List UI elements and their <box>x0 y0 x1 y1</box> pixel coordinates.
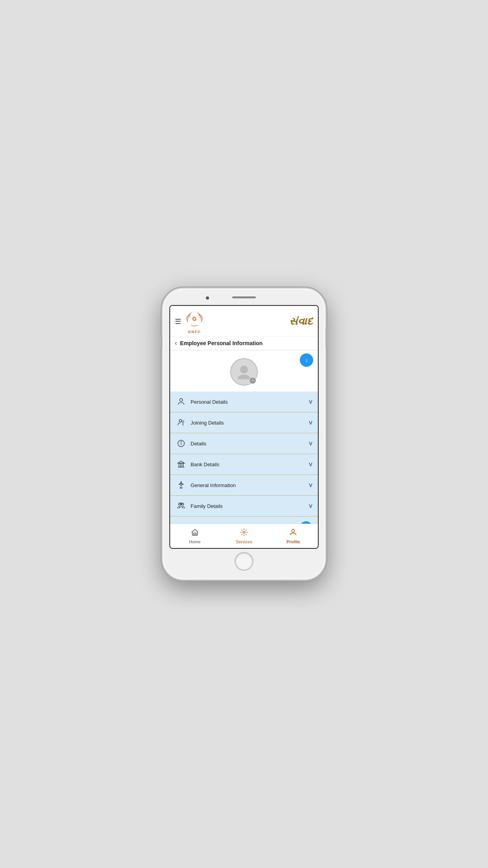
logo-area: G GNFC <box>184 309 205 334</box>
bank-details-item[interactable]: Bank Details V <box>170 454 318 475</box>
avatar-edit-badge: ✎ <box>249 377 256 384</box>
download-fab-button[interactable]: ↓ <box>300 353 313 367</box>
svg-point-4 <box>182 421 184 423</box>
volume-button <box>161 336 162 348</box>
hamburger-menu-icon[interactable]: ☰ <box>175 318 181 325</box>
avatar: ✎ <box>230 358 258 386</box>
svg-point-2 <box>180 399 182 401</box>
joining-details-icon <box>176 417 187 428</box>
gnfc-text: GNFC <box>188 330 201 334</box>
home-icon <box>191 528 199 539</box>
phone-screen: ☰ <box>169 305 319 549</box>
phone-frame: ☰ <box>161 287 327 581</box>
profile-label: Profile <box>286 539 300 544</box>
general-information-chevron: V <box>309 482 312 488</box>
gnfc-logo: G <box>184 309 205 329</box>
family-details-item[interactable]: Family Details V <box>170 496 318 517</box>
family-details-icon <box>176 500 187 511</box>
family-details-label: Family Details <box>191 503 309 509</box>
page-title: Employee Personal Information <box>180 340 262 346</box>
page-title-bar: ‹ Employee Personal Information <box>170 337 318 350</box>
bank-details-chevron: V <box>309 462 312 467</box>
app-header: ☰ <box>170 306 318 337</box>
svg-text:G: G <box>193 316 197 322</box>
content-area: ↓ ✎ Personal Detai <box>170 350 318 524</box>
personal-details-chevron: V <box>309 399 312 405</box>
svg-point-8 <box>181 441 181 442</box>
power-button <box>326 328 327 348</box>
joining-details-item[interactable]: Joining Details V <box>170 412 318 433</box>
svg-point-23 <box>243 531 245 533</box>
front-camera <box>206 296 209 300</box>
personal-details-icon <box>176 396 187 407</box>
family-details-chevron: V <box>309 503 312 509</box>
svg-point-24 <box>292 530 295 532</box>
general-information-label: General Information <box>191 482 309 488</box>
joining-details-chevron: V <box>309 420 312 426</box>
general-information-icon <box>176 480 187 491</box>
personal-details-item[interactable]: Personal Details V <box>170 392 318 412</box>
phone-notch <box>163 292 325 305</box>
details-icon <box>176 438 187 449</box>
details-chevron: V <box>309 441 312 447</box>
upload-fab-button[interactable]: ↑ <box>300 521 312 524</box>
services-icon <box>240 528 248 539</box>
services-label: Services <box>236 539 252 544</box>
svg-rect-22 <box>194 533 196 535</box>
avatar-section: ↓ ✎ <box>170 350 318 392</box>
phone-home-button[interactable] <box>235 552 253 571</box>
bottom-nav: Home Services <box>170 524 318 548</box>
phone-speaker <box>232 296 256 298</box>
general-information-item[interactable]: General Information V <box>170 475 318 496</box>
nav-profile[interactable]: Profile <box>269 526 318 546</box>
menu-list: Personal Details V Joining Details <box>170 392 318 524</box>
app-title-gujarati: સંવાદ <box>289 315 313 327</box>
back-button[interactable]: ‹ <box>175 340 177 347</box>
permanent-address-item[interactable]: Permanent Address Details ↑ <box>170 517 318 524</box>
home-label: Home <box>189 539 200 544</box>
svg-marker-15 <box>178 461 185 463</box>
joining-details-label: Joining Details <box>191 420 309 426</box>
nav-services[interactable]: Services <box>219 526 268 546</box>
permanent-address-icon <box>176 522 187 524</box>
svg-point-3 <box>179 419 182 422</box>
personal-details-label: Personal Details <box>191 399 309 405</box>
details-item[interactable]: Details V <box>170 433 318 454</box>
profile-icon <box>289 528 297 539</box>
details-label: Details <box>191 441 309 447</box>
bank-details-label: Bank Details <box>191 462 309 467</box>
nav-home[interactable]: Home <box>170 526 219 546</box>
svg-point-1 <box>240 366 248 373</box>
bank-details-icon <box>176 459 187 470</box>
